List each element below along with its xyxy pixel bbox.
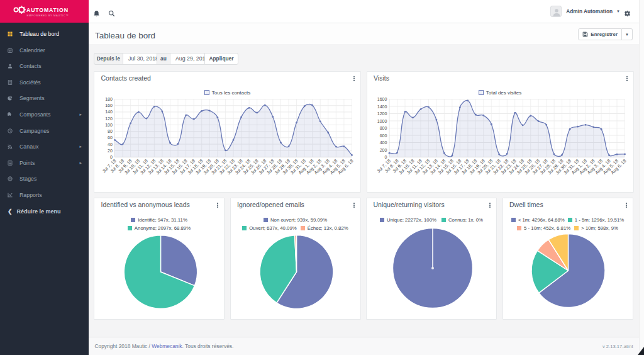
svg-text:1200: 1200 <box>377 111 387 116</box>
svg-text:400: 400 <box>379 140 387 145</box>
svg-text:160: 160 <box>105 103 113 108</box>
svg-text:140: 140 <box>105 110 113 115</box>
svg-text:180: 180 <box>105 97 113 102</box>
svg-text:1000: 1000 <box>377 119 387 124</box>
svg-text:1400: 1400 <box>377 104 387 110</box>
svg-text:60: 60 <box>108 135 113 140</box>
svg-text:40: 40 <box>108 142 113 147</box>
svg-text:20: 20 <box>108 149 113 154</box>
svg-text:200: 200 <box>379 148 387 153</box>
svg-text:1600: 1600 <box>377 97 387 102</box>
svg-text:600: 600 <box>379 133 387 138</box>
svg-text:800: 800 <box>379 126 387 131</box>
svg-text:AUTOMATION: AUTOMATION <box>26 7 69 13</box>
svg-text:100: 100 <box>105 123 113 128</box>
svg-text:120: 120 <box>105 116 113 121</box>
svg-text:EMPOWERED BY MAUTIC™: EMPOWERED BY MAUTIC™ <box>27 14 69 17</box>
svg-text:80: 80 <box>108 129 113 134</box>
